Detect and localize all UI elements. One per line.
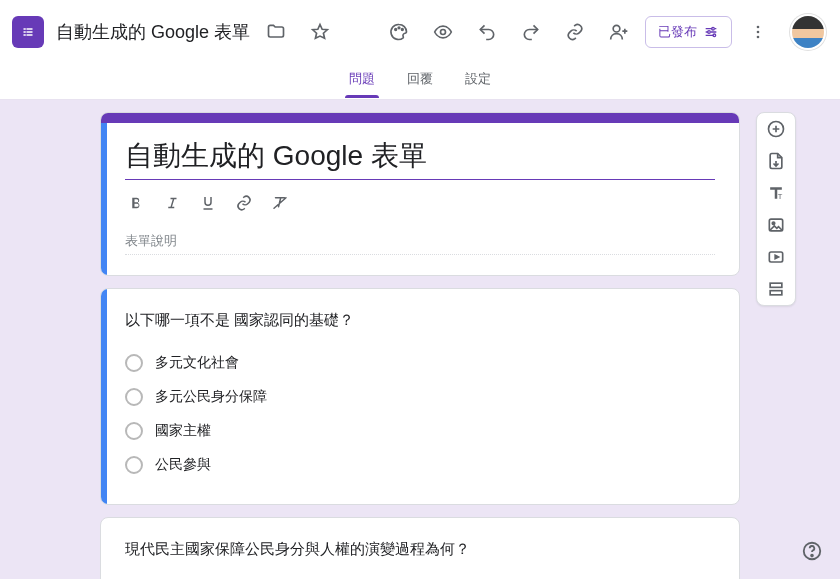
- option-label: 多元公民身分保障: [155, 388, 267, 406]
- customize-theme-icon[interactable]: [381, 14, 417, 50]
- svg-point-14: [713, 34, 716, 37]
- svg-rect-1: [24, 28, 26, 30]
- svg-point-10: [441, 30, 446, 35]
- move-to-folder-icon[interactable]: [258, 14, 294, 50]
- svg-rect-5: [24, 34, 26, 36]
- question-card[interactable]: 以下哪一項不是 國家認同的基礎？ 多元文化社會 多元公民身分保障 國家主權 公民…: [100, 288, 740, 505]
- publish-button[interactable]: 已發布: [645, 16, 732, 48]
- svg-point-12: [712, 27, 715, 30]
- star-icon[interactable]: [302, 14, 338, 50]
- svg-point-26: [811, 555, 813, 557]
- svg-rect-2: [27, 28, 33, 30]
- svg-point-8: [398, 27, 400, 29]
- help-icon[interactable]: [798, 537, 826, 565]
- svg-rect-4: [27, 31, 33, 33]
- option-row[interactable]: 公民參與: [125, 448, 715, 482]
- insert-link-icon[interactable]: [233, 192, 255, 214]
- redo-icon[interactable]: [513, 14, 549, 50]
- italic-icon[interactable]: [161, 192, 183, 214]
- radio-icon: [125, 388, 143, 406]
- option-label: 公民參與: [155, 456, 211, 474]
- clear-formatting-icon[interactable]: [269, 192, 291, 214]
- svg-point-15: [757, 26, 760, 29]
- question-text[interactable]: 以下哪一項不是 國家認同的基礎？: [125, 311, 715, 330]
- header: 自動生成的 Google 表單 已發布: [0, 0, 840, 64]
- tab-questions[interactable]: 問題: [347, 64, 377, 98]
- more-menu-icon[interactable]: [740, 14, 776, 50]
- bold-icon[interactable]: [125, 192, 147, 214]
- option-row[interactable]: 多元文化社會: [125, 346, 715, 380]
- form-description-input[interactable]: 表單說明: [125, 224, 715, 255]
- svg-point-13: [708, 31, 711, 34]
- svg-rect-23: [770, 283, 782, 287]
- tab-responses[interactable]: 回覆: [405, 64, 435, 98]
- svg-text:T: T: [778, 192, 783, 201]
- side-toolbar: T: [756, 112, 796, 306]
- tab-settings[interactable]: 設定: [463, 64, 493, 98]
- tabs: 問題 回覆 設定: [0, 64, 840, 99]
- undo-icon[interactable]: [469, 14, 505, 50]
- link-icon[interactable]: [557, 14, 593, 50]
- add-collaborator-icon[interactable]: [601, 14, 637, 50]
- radio-icon: [125, 354, 143, 372]
- add-image-icon[interactable]: [762, 215, 790, 235]
- title-card[interactable]: 自動生成的 Google 表單 表單說明: [100, 112, 740, 276]
- add-video-icon[interactable]: [762, 247, 790, 267]
- format-toolbar: [125, 188, 715, 224]
- option-row[interactable]: 多元公民身分保障: [125, 380, 715, 414]
- svg-point-7: [395, 29, 397, 31]
- add-section-icon[interactable]: [762, 279, 790, 299]
- tune-icon: [703, 24, 719, 40]
- question-card[interactable]: 現代民主國家保障公民身分與人權的演變過程為何？ 短暫且迅速 漫長且複雜 由科技進…: [100, 517, 740, 579]
- svg-point-17: [757, 36, 760, 39]
- radio-icon: [125, 422, 143, 440]
- radio-icon: [125, 456, 143, 474]
- form-title-input[interactable]: 自動生成的 Google 表單: [125, 137, 715, 180]
- publish-label: 已發布: [658, 23, 697, 41]
- preview-icon[interactable]: [425, 14, 461, 50]
- svg-rect-24: [770, 291, 782, 295]
- add-title-icon[interactable]: T: [762, 183, 790, 203]
- add-question-icon[interactable]: [762, 119, 790, 139]
- doc-title[interactable]: 自動生成的 Google 表單: [56, 20, 250, 44]
- svg-rect-3: [24, 31, 26, 33]
- question-text[interactable]: 現代民主國家保障公民身分與人權的演變過程為何？: [125, 540, 715, 559]
- svg-point-21: [772, 222, 775, 225]
- form-canvas[interactable]: T 自動生成的 Google 表單: [0, 99, 840, 579]
- option-label: 多元文化社會: [155, 354, 239, 372]
- option-row[interactable]: 國家主權: [125, 414, 715, 448]
- account-avatar[interactable]: [792, 16, 824, 48]
- forms-logo: [12, 16, 44, 48]
- option-label: 國家主權: [155, 422, 211, 440]
- import-questions-icon[interactable]: [762, 151, 790, 171]
- underline-icon[interactable]: [197, 192, 219, 214]
- svg-rect-6: [27, 34, 33, 36]
- svg-point-11: [613, 25, 620, 32]
- svg-point-16: [757, 31, 760, 34]
- svg-point-9: [402, 29, 404, 31]
- option-row[interactable]: 短暫且迅速: [125, 575, 715, 579]
